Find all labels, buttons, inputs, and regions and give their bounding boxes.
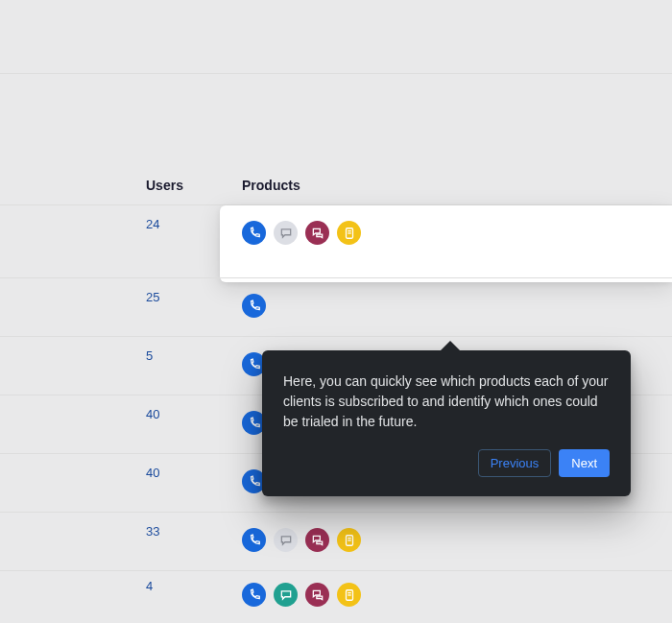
phone-icon[interactable] <box>242 221 266 245</box>
products-cell <box>242 513 361 552</box>
phone-icon[interactable] <box>242 294 266 318</box>
table-row: 33 <box>0 512 672 570</box>
document-icon[interactable] <box>337 583 361 607</box>
next-button[interactable]: Next <box>559 449 610 477</box>
top-bar <box>0 0 672 74</box>
tooltip-actions: Previous Next <box>283 449 610 477</box>
speech-bubble-icon[interactable] <box>274 528 298 552</box>
clients-table: Users Products 24 25 5 40 40 <box>0 74 672 618</box>
table-header: Users Products <box>0 178 672 204</box>
users-count-link[interactable]: 25 <box>146 278 242 304</box>
table-row: 24 <box>0 204 672 277</box>
products-cell <box>242 205 361 245</box>
phone-icon[interactable] <box>242 583 266 607</box>
users-count-link[interactable]: 40 <box>146 395 242 421</box>
tooltip-text: Here, you can quickly see which products… <box>283 371 610 432</box>
table-row: 25 <box>0 277 672 336</box>
phone-icon[interactable] <box>242 528 266 552</box>
speech-bubble-icon[interactable] <box>274 221 298 245</box>
chat-icon[interactable] <box>305 528 329 552</box>
column-header-products: Products <box>242 178 434 193</box>
products-cell <box>242 278 266 318</box>
column-header-users: Users <box>146 178 242 193</box>
products-cell <box>242 571 361 607</box>
previous-button[interactable]: Previous <box>478 449 552 477</box>
table-row: 4 <box>0 570 672 618</box>
speech-bubble-icon[interactable] <box>274 583 298 607</box>
users-count-link[interactable]: 40 <box>146 454 242 480</box>
users-count-link[interactable]: 5 <box>146 337 242 363</box>
chat-icon[interactable] <box>305 221 329 245</box>
chat-icon[interactable] <box>305 583 329 607</box>
users-count-link[interactable]: 33 <box>146 513 242 539</box>
users-count-link[interactable]: 24 <box>146 205 242 231</box>
onboarding-tooltip: Here, you can quickly see which products… <box>262 350 631 496</box>
document-icon[interactable] <box>337 221 361 245</box>
document-icon[interactable] <box>337 528 361 552</box>
users-count-link[interactable]: 4 <box>146 571 242 593</box>
